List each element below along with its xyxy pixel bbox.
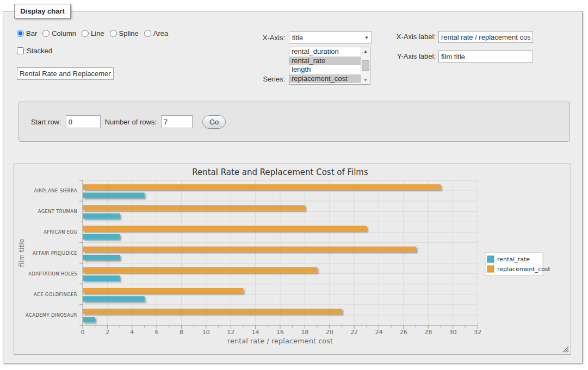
radio-spline-input[interactable] bbox=[110, 30, 117, 37]
series-option-replacement-cost[interactable]: replacement_cost bbox=[289, 74, 361, 84]
y-axis-label-caption: Y-Axis label: bbox=[383, 52, 436, 60]
series-listbox-label: Series: bbox=[237, 75, 285, 83]
rows-panel: Start row: Number of rows: Go bbox=[18, 102, 570, 142]
category-label: AIRPLANE SIERRA bbox=[34, 188, 77, 193]
chart-bar-replacement_cost bbox=[83, 309, 342, 314]
x-axis-select-label: X-Axis: bbox=[237, 34, 285, 42]
chart-bar-rental_rate bbox=[83, 275, 120, 281]
radio-line-label: Line bbox=[91, 29, 104, 37]
x-axis-select[interactable]: title ▼ bbox=[289, 32, 372, 43]
chart-y-axis-label: film title bbox=[17, 239, 26, 267]
radio-bar-label: Bar bbox=[26, 29, 37, 37]
chart-bar-rental_rate bbox=[83, 255, 120, 260]
y-axis-label-input[interactable] bbox=[438, 51, 533, 62]
x-tick-label: 2 bbox=[106, 329, 109, 336]
chart-bar-rental_rate bbox=[83, 234, 120, 240]
resize-grip-icon[interactable] bbox=[562, 346, 569, 353]
x-tick-label: 30 bbox=[449, 329, 457, 336]
radio-spline[interactable]: Spline bbox=[110, 29, 139, 37]
category-label: ACE GOLDFINGER bbox=[34, 292, 77, 297]
x-tick-label: 24 bbox=[375, 329, 383, 336]
stacked-checkbox-row[interactable]: Stacked bbox=[17, 47, 52, 55]
scroll-up-icon[interactable]: ▲ bbox=[361, 47, 370, 55]
x-tick-label: 0 bbox=[81, 329, 85, 336]
chart-container: AIRPLANE SIERRAAGENT TRUMANAFRICAN EGGAF… bbox=[14, 164, 571, 355]
x-tick-label: 18 bbox=[301, 329, 308, 336]
x-axis-label-input[interactable] bbox=[438, 31, 533, 43]
category-label: AFFAIR PREJUDICE bbox=[33, 250, 77, 256]
x-axis-selected-value: title bbox=[292, 34, 303, 42]
chart-type-radio-group: Bar Column Line Spline Area bbox=[17, 29, 168, 37]
category-label: ADAPTATION HOLES bbox=[28, 271, 77, 277]
chart-bar-replacement_cost bbox=[83, 225, 367, 231]
x-tick-label: 14 bbox=[252, 329, 259, 336]
chart-bar-replacement_cost bbox=[83, 205, 305, 210]
radio-column-input[interactable] bbox=[42, 30, 49, 37]
x-tick-label: 32 bbox=[474, 329, 481, 336]
x-tick-label: 26 bbox=[400, 329, 407, 336]
radio-line-input[interactable] bbox=[82, 30, 89, 37]
x-tick-label: 10 bbox=[202, 329, 210, 336]
series-option-rental-rate[interactable]: rental_rate bbox=[289, 57, 361, 66]
chevron-down-icon: ▼ bbox=[364, 35, 369, 40]
series-option-length[interactable]: length bbox=[289, 65, 361, 74]
stacked-checkbox[interactable] bbox=[17, 47, 24, 54]
chart-bar-replacement_cost bbox=[83, 288, 244, 293]
number-of-rows-label: Number of rows: bbox=[105, 118, 157, 126]
x-tick-label: 22 bbox=[350, 329, 358, 336]
x-tick-label: 4 bbox=[130, 329, 134, 336]
scroll-down-icon[interactable]: ▼ bbox=[361, 76, 370, 84]
x-axis-label-caption: X-Axis label: bbox=[383, 33, 436, 41]
radio-area-label: Area bbox=[153, 29, 168, 37]
chart-bar-rental_rate bbox=[83, 192, 145, 198]
x-tick-label: 20 bbox=[326, 329, 333, 336]
chart-bar-replacement_cost bbox=[83, 247, 416, 252]
x-tick-label: 28 bbox=[424, 329, 432, 336]
chart-bar-replacement_cost bbox=[83, 267, 318, 273]
series-listbox[interactable]: rental_duration rental_rate length repla… bbox=[289, 47, 370, 85]
chart-bar-rental_rate bbox=[83, 214, 120, 219]
category-label: AGENT TRUMAN bbox=[38, 209, 77, 214]
chart-x-axis-label: rental rate / replacement cost bbox=[227, 337, 333, 345]
scrollbar-thumb[interactable] bbox=[362, 60, 369, 71]
radio-column[interactable]: Column bbox=[42, 29, 76, 37]
legend-swatch-replacement_cost bbox=[487, 266, 494, 272]
series-option-rental-duration[interactable]: rental_duration bbox=[289, 47, 361, 57]
radio-area-input[interactable] bbox=[144, 30, 151, 37]
radio-area[interactable]: Area bbox=[144, 29, 168, 37]
radio-column-label: Column bbox=[52, 29, 76, 37]
legend-label-replacement_cost: replacement_cost bbox=[497, 266, 550, 273]
chart-bar-rental_rate bbox=[83, 296, 145, 302]
bar-chart: AIRPLANE SIERRAAGENT TRUMANAFRICAN EGGAF… bbox=[14, 164, 571, 354]
display-chart-fieldset: Display chart Bar Column Line Spline Are… bbox=[3, 11, 583, 363]
radio-bar-input[interactable] bbox=[17, 30, 24, 37]
chart-bar-replacement_cost bbox=[83, 184, 441, 190]
radio-spline-label: Spline bbox=[119, 29, 139, 37]
radio-bar[interactable]: Bar bbox=[17, 29, 37, 37]
x-tick-label: 16 bbox=[276, 329, 284, 336]
category-label: ACADEMY DINOSAUR bbox=[26, 312, 77, 318]
start-row-label: Start row: bbox=[31, 118, 61, 126]
number-of-rows-input[interactable] bbox=[161, 115, 193, 128]
legend-swatch-rental_rate bbox=[487, 256, 494, 262]
x-tick-label: 8 bbox=[180, 329, 183, 336]
x-tick-label: 6 bbox=[155, 329, 159, 336]
go-button[interactable]: Go bbox=[202, 115, 226, 129]
fieldset-legend: Display chart bbox=[14, 4, 71, 18]
category-label: AFRICAN EGG bbox=[44, 229, 77, 235]
stacked-label: Stacked bbox=[27, 47, 52, 55]
x-tick-label: 12 bbox=[227, 329, 234, 336]
start-row-input[interactable] bbox=[66, 115, 101, 128]
listbox-scrollbar[interactable]: ▲ ▼ bbox=[361, 47, 370, 84]
chart-title: Rental Rate and Replacement Cost of Film… bbox=[192, 167, 368, 177]
radio-line[interactable]: Line bbox=[82, 29, 104, 37]
chart-title-input[interactable] bbox=[17, 67, 114, 80]
chart-bar-rental_rate bbox=[83, 317, 95, 322]
legend-label-rental_rate: rental_rate bbox=[497, 256, 530, 263]
